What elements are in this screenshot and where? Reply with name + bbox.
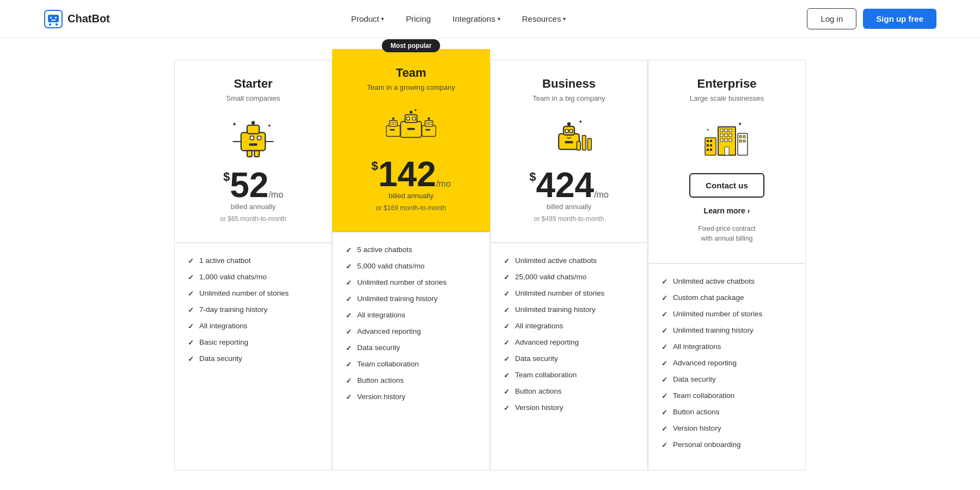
signup-button[interactable]: Sign up free: [863, 9, 936, 29]
list-item: ✓Button actions: [346, 376, 476, 385]
login-button[interactable]: Log in: [807, 8, 856, 29]
plan-business-price-area: $ 424 /mo billed annually or $499 month-…: [529, 168, 609, 228]
list-item: ✓Unlimited number of stories: [661, 310, 792, 318]
nav-links: Product ▾ Pricing Integrations ▾ Resourc…: [342, 10, 575, 28]
check-icon: ✓: [346, 360, 352, 369]
feature-label: Advanced reporting: [673, 359, 737, 367]
check-icon: ✓: [504, 339, 510, 347]
list-item: ✓Data security: [346, 344, 476, 352]
pricing-section: Starter Small companies: [163, 38, 817, 490]
plan-starter-monthly: or $65 month-to-month: [220, 215, 286, 223]
most-popular-badge: Most popular: [382, 39, 440, 52]
learn-more-link[interactable]: Learn more ›: [704, 206, 750, 215]
svg-rect-53: [707, 149, 709, 151]
list-item: ✓Unlimited active chatbots: [661, 277, 792, 286]
check-icon: ✓: [346, 295, 352, 303]
list-item: ✓Data security: [188, 354, 318, 363]
feature-label: 1,000 valid chats/mo: [199, 273, 267, 281]
svg-rect-8: [247, 125, 259, 134]
list-item: ✓25,000 valid chats/mo: [504, 273, 634, 281]
list-item: ✓All integrations: [188, 322, 318, 330]
check-icon: ✓: [346, 262, 352, 271]
feature-label: Team collaboration: [673, 391, 734, 400]
check-icon: ✓: [661, 425, 667, 433]
check-icon: ✓: [504, 273, 510, 281]
check-icon: ✓: [188, 339, 194, 347]
feature-label: Unlimited active chatbots: [673, 277, 755, 285]
plan-team-per: /mo: [436, 180, 451, 188]
list-item: ✓1 active chatbot: [188, 256, 318, 265]
logo[interactable]: ChatBot: [44, 9, 110, 29]
svg-rect-41: [565, 130, 568, 133]
svg-rect-46: [587, 139, 591, 150]
check-icon: ✓: [346, 311, 352, 320]
feature-label: 25,000 valid chats/mo: [515, 273, 586, 281]
svg-rect-34: [407, 117, 409, 120]
svg-rect-12: [249, 144, 258, 146]
check-icon: ✓: [661, 310, 667, 318]
check-icon: ✓: [188, 290, 194, 298]
svg-rect-19: [387, 125, 400, 136]
check-icon: ✓: [661, 343, 667, 351]
plan-enterprise-name: Enterprise: [697, 77, 757, 91]
svg-rect-64: [729, 139, 732, 142]
list-item: ✓Data security: [504, 354, 634, 363]
svg-point-27: [427, 117, 430, 120]
svg-rect-70: [743, 140, 745, 142]
check-icon: ✓: [661, 408, 667, 416]
feature-label: All integrations: [673, 342, 721, 351]
svg-rect-2: [50, 17, 52, 19]
feature-label: 7-day training history: [199, 305, 267, 314]
navigation: ChatBot Product ▾ Pricing Integrations ▾…: [0, 0, 980, 38]
list-item: ✓5,000 valid chats/mo: [346, 262, 476, 271]
list-item: ✓Advanced reporting: [504, 338, 634, 347]
svg-text:✦: ✦: [738, 121, 742, 127]
svg-point-21: [392, 117, 395, 120]
list-item: ✓Custom chat package: [661, 293, 792, 302]
list-item: ✓Button actions: [504, 387, 634, 396]
svg-text:✦: ✦: [414, 108, 418, 113]
svg-rect-11: [258, 136, 261, 140]
feature-label: Personal onboarding: [673, 440, 741, 449]
svg-rect-10: [250, 136, 254, 140]
svg-rect-28: [426, 122, 428, 125]
check-icon: ✓: [661, 441, 667, 449]
plan-business-header: Business Team in a big company: [490, 60, 648, 242]
feature-label: Unlimited training history: [357, 295, 438, 303]
list-item: ✓All integrations: [346, 311, 476, 320]
plan-business-amount: 424: [536, 168, 594, 203]
feature-label: Basic reporting: [199, 338, 248, 346]
plan-starter-header: Starter Small companies: [174, 60, 332, 242]
svg-rect-42: [569, 130, 573, 133]
svg-rect-44: [577, 142, 580, 150]
check-icon: ✓: [346, 393, 352, 401]
nav-pricing[interactable]: Pricing: [397, 10, 439, 28]
svg-rect-35: [413, 117, 415, 120]
plan-business-dollar: $: [529, 171, 536, 183]
nav-actions: Log in Sign up free: [807, 8, 936, 29]
list-item: ✓Basic reporting: [188, 338, 318, 347]
plan-business-monthly: or $499 month-to-month: [529, 215, 609, 223]
feature-label: Advanced reporting: [357, 327, 421, 335]
plan-enterprise-header: Enterprise Large scale businesses: [648, 60, 806, 263]
svg-rect-3: [55, 17, 57, 19]
list-item: ✓Unlimited training history: [504, 305, 634, 314]
nav-product[interactable]: Product ▾: [342, 10, 393, 28]
feature-label: Team collaboration: [515, 371, 577, 379]
feature-label: Data security: [357, 344, 400, 352]
nav-integrations[interactable]: Integrations ▾: [444, 10, 509, 28]
list-item: ✓Unlimited training history: [661, 326, 792, 335]
business-robot-svg: ✦: [542, 114, 596, 160]
feature-label: Unlimited number of stories: [515, 289, 604, 297]
svg-rect-43: [565, 141, 573, 143]
plan-team-name: Team: [396, 66, 426, 80]
svg-rect-54: [710, 149, 712, 151]
list-item: ✓Unlimited active chatbots: [504, 256, 634, 265]
plan-team-monthly: or $169 month-to-month: [371, 204, 451, 212]
plan-enterprise-features: ✓Unlimited active chatbots ✓Custom chat …: [648, 264, 806, 470]
plan-enterprise-subtitle: Large scale businesses: [690, 94, 764, 102]
contact-us-button[interactable]: Contact us: [689, 173, 764, 198]
check-icon: ✓: [504, 355, 510, 363]
list-item: ✓Unlimited number of stories: [188, 289, 318, 298]
nav-resources[interactable]: Resources ▾: [513, 10, 575, 28]
